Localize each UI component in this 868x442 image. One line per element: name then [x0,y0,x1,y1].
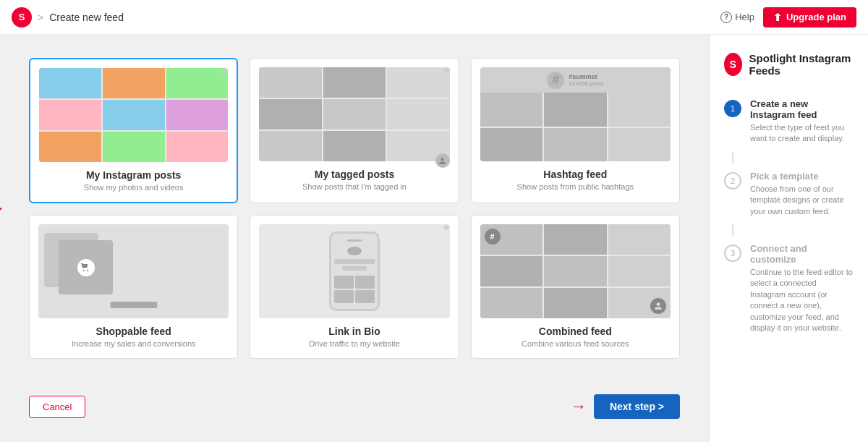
preview-cell-7 [39,132,101,162]
combined-avatar-icon [650,298,666,314]
cart-icon-circle [77,259,95,276]
preview-cell [259,131,321,161]
breadcrumb: Create new feed [49,12,124,23]
header: S > Create new feed ? Help ⬆ Upgrade pla… [0,0,868,35]
card-title: Link in Bio [328,326,380,337]
preview-cell [323,131,386,161]
step-circle-1: 1 [724,100,741,117]
preview-cell-2 [103,68,165,98]
logo-icon: S [12,7,32,27]
preview-cell [608,93,671,127]
preview-cell-4 [39,100,101,130]
preview-cell-3 [166,68,229,98]
preview-cell [259,67,321,98]
breadcrumb-separator: > [38,12,43,23]
sidebar-step-2: 2 Pick a template Choose from one of our… [724,163,854,224]
card-preview-tagged [259,67,449,161]
step-text-3: Connect and customize Continue to the fe… [750,243,854,333]
card-preview-combined: # [480,224,671,318]
card-hashtag-feed[interactable]: ★ # #summer 123456 posts [471,58,680,203]
phone-mockup [329,231,380,311]
step-title-1: Create a new Instagram feed [750,98,854,120]
next-step-wrapper: → Next step > [571,394,680,419]
preview-cell [323,99,386,129]
header-left: S > Create new feed [12,7,124,27]
phone-avatar [347,247,362,256]
step-desc-2: Choose from one of our template designs … [750,184,854,217]
card-desc: Drive traffic to my website [309,339,400,348]
card-preview-hashtag: # #summer 123456 posts [480,67,671,161]
preview-cell [387,67,449,98]
cards-section: → ★ [29,58,680,377]
step-title-3: Connect and customize [750,243,854,265]
upgrade-label: Upgrade plan [786,12,846,22]
preview-cell [544,128,606,162]
card-preview-shoppable [38,224,229,318]
help-button[interactable]: ? Help [720,12,754,23]
card-title: My tagged posts [315,169,394,180]
preview-cell-6 [166,100,229,130]
card-desc: Show posts that I'm tagged in [302,182,407,191]
card-preview-instagram [39,68,228,162]
bottom-bar: Cancel → Next step > [29,394,680,419]
content-area: → ★ [0,35,709,442]
preview-cell [323,67,386,98]
star-icon: ★ [442,64,451,76]
header-right: ? Help ⬆ Upgrade plan [720,7,856,27]
cancel-button[interactable]: Cancel [29,396,85,418]
sidebar: S Spotlight Instagram Feeds 1 Create a n… [709,35,868,442]
cards-wrapper: → ★ [29,58,680,359]
sidebar-logo-row: S Spotlight Instagram Feeds [724,52,854,77]
hashtag-count: 123456 posts [569,80,603,87]
sidebar-step-3: 3 Connect and customize Continue to the … [724,236,854,341]
card-desc: Combine various feed sources [522,339,629,348]
combined-hashtag-icon: # [485,229,501,245]
card-my-tagged-posts[interactable]: ★ [250,58,459,203]
card-title: Combined feed [539,326,612,337]
phone-cell [334,276,354,289]
preview-cell [608,256,671,286]
step-desc-3: Continue to the feed editor to select a … [750,267,854,333]
preview-cell [480,93,542,127]
main-layout: → ★ [0,35,868,442]
sidebar-logo-icon: S [724,53,742,76]
hashtag-header: # #summer 123456 posts [480,67,671,93]
card-desc: Increase my sales and conversions [72,339,196,348]
phone-cell [334,290,354,303]
card-title: My Instagram posts [86,169,181,181]
preview-cell [387,99,449,129]
preview-cell [480,128,542,162]
hashtag-tag: #summer [569,73,603,80]
star-icon: ★ [663,64,672,76]
upgrade-button[interactable]: ⬆ Upgrade plan [763,7,856,27]
phone-bio-row [334,259,375,263]
step-circle-2: 2 [724,172,741,190]
card-shoppable-feed[interactable]: ★ Shoppable feed Increase my sales an [29,215,238,359]
card-desc: Show posts from public hashtags [517,182,634,191]
step-title-2: Pick a template [750,171,854,182]
card-title: Shoppable feed [96,326,171,337]
selection-arrow: → [0,197,6,220]
next-step-button[interactable]: Next step > [594,394,680,419]
preview-cell [544,288,606,318]
star-icon: ★ [442,221,451,233]
cards-grid: ★ My Instagram posts [29,58,680,359]
phone-notch [347,239,362,242]
preview-cell [259,99,321,129]
preview-cell [544,256,606,286]
card-title: Hashtag feed [543,169,607,180]
next-arrow-icon: → [571,397,587,416]
help-icon: ? [720,12,732,23]
card-preview-linkinbio [259,224,449,318]
card-link-in-bio[interactable]: ★ [250,215,459,359]
phone-bio-row2 [342,266,367,271]
card-my-instagram-posts[interactable]: ★ My Instagram posts [29,58,238,203]
hashtag-symbol: # [547,72,564,89]
step-text-1: Create a new Instagram feed Select the t… [750,98,854,145]
help-label: Help [735,12,754,22]
preview-cell [480,288,542,318]
card-combined-feed[interactable]: ★ # [471,215,680,359]
hashtag-grid [480,93,671,161]
sidebar-step-1: 1 Create a new Instagram feed Select the… [724,91,854,152]
step-connector-1 [732,152,733,163]
